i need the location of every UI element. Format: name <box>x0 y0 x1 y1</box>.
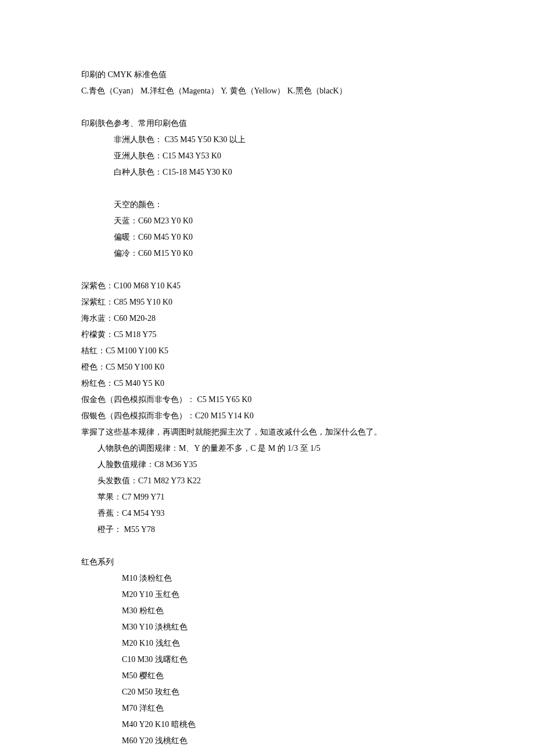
color-item: 深紫色：C100 M68 Y10 K45 <box>81 278 453 294</box>
rule-item: 橙子： M55 Y78 <box>81 522 453 538</box>
color-item: 海水蓝：C60 M20-28 <box>81 310 453 327</box>
sky-item: 天蓝：C60 M23 Y0 K0 <box>81 213 453 229</box>
blank-spacer <box>81 180 453 197</box>
color-item: 粉红色：C5 M40 Y5 K0 <box>81 375 453 392</box>
title-line: 印刷的 CMYK 标准色值 <box>81 67 453 83</box>
skin-item: 非洲人肤色： C35 M45 Y50 K30 以上 <box>81 132 453 148</box>
rule-item: 香蕉：C4 M54 Y93 <box>81 505 453 522</box>
red-series-item: M20 K10 浅红色 <box>81 635 453 652</box>
red-series-item: M60 Y20 浅桃红色 <box>81 733 453 749</box>
color-item: 深紫红：C85 M95 Y10 K0 <box>81 294 453 310</box>
color-item: 橙色：C5 M50 Y100 K0 <box>81 359 453 375</box>
red-series-item: M10 淡粉红色 <box>81 570 453 587</box>
sky-item: 偏冷：C60 M15 Y0 K0 <box>81 245 453 262</box>
red-series-item: M30 粉红色 <box>81 603 453 619</box>
color-item: 假金色（四色模拟而非专色）： C5 M15 Y65 K0 <box>81 392 453 408</box>
rule-item: 人物肤色的调图规律：M、Y 的量差不多，C 是 M 的 1/3 至 1/5 <box>81 440 453 457</box>
rule-item: 苹果：C7 M99 Y71 <box>81 489 453 505</box>
color-item: 掌握了这些基本规律，再调图时就能把握主次了，知道改减什么色，加深什么色了。 <box>81 424 453 440</box>
color-item: 假银色（四色模拟而非专色）：C20 M15 Y14 K0 <box>81 408 453 424</box>
red-series-item: M40 Y20 K10 暗桃色 <box>81 717 453 733</box>
red-series-item: C20 M50 玫红色 <box>81 684 453 700</box>
document-page: 印刷的 CMYK 标准色值 C.青色（Cyan） M.洋红色（Magenta） … <box>0 0 534 756</box>
skin-item: 亚洲人肤色：C15 M43 Y53 K0 <box>81 148 453 164</box>
channels-line: C.青色（Cyan） M.洋红色（Magenta） Y. 黄色（Yellow） … <box>81 83 453 99</box>
red-series-item: M30 Y10 淡桃红色 <box>81 619 453 635</box>
rule-item: 人脸数值规律：C8 M36 Y35 <box>81 457 453 473</box>
color-item: 桔红：C5 M100 Y100 K5 <box>81 343 453 359</box>
red-series-item: M50 樱红色 <box>81 668 453 684</box>
rule-item: 头发数值：C71 M82 Y73 K22 <box>81 473 453 489</box>
blank-spacer <box>81 99 453 115</box>
color-item: 柠檬黄：C5 M18 Y75 <box>81 327 453 343</box>
red-series-item: M70 洋红色 <box>81 700 453 717</box>
blank-spacer <box>81 538 453 554</box>
skin-heading: 印刷肤色参考、常用印刷色值 <box>81 115 453 132</box>
red-series-item: M20 Y10 玉红色 <box>81 587 453 603</box>
blank-spacer <box>81 262 453 278</box>
skin-item: 白种人肤色：C15-18 M45 Y30 K0 <box>81 164 453 180</box>
sky-item: 偏暖：C60 M45 Y0 K0 <box>81 229 453 245</box>
red-series-heading: 红色系列 <box>81 554 453 570</box>
red-series-item: C10 M30 浅曙红色 <box>81 652 453 668</box>
sky-heading: 天空的颜色： <box>81 197 453 213</box>
